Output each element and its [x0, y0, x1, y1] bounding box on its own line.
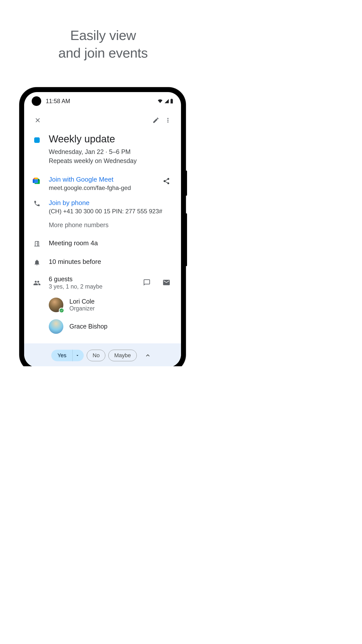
guest-role: Organizer: [69, 305, 95, 312]
bell-icon: [33, 259, 40, 266]
event-title: Weekly update: [49, 133, 172, 145]
more-phone-numbers[interactable]: More phone numbers: [49, 221, 172, 229]
phone-link-title: Join by phone: [49, 199, 172, 207]
event-color-icon: [33, 133, 41, 143]
room-icon: [33, 240, 40, 247]
chat-icon: [143, 279, 151, 286]
event-content: Weekly update Wednesday, Jan 22 · 5–6 PM…: [24, 128, 181, 334]
guest-item[interactable]: Grace Bishop: [49, 319, 172, 334]
rsvp-maybe-button[interactable]: Maybe: [108, 350, 137, 361]
camera-punch-hole: [32, 96, 41, 106]
event-recurrence: Repeats weekly on Wednesday: [49, 156, 172, 165]
people-icon: [33, 279, 41, 287]
rsvp-no-button[interactable]: No: [87, 350, 105, 361]
status-icons: [157, 98, 173, 104]
rsvp-bar: Yes No Maybe: [24, 343, 181, 366]
promo-title: Easily view and join events: [0, 0, 206, 62]
meet-link-title: Join with Google Meet: [49, 176, 153, 183]
pencil-icon: [152, 117, 159, 124]
status-bar: 11:58 AM: [24, 92, 181, 108]
battery-icon: [170, 98, 173, 104]
accepted-badge: [59, 308, 64, 313]
guests-row[interactable]: 6 guests 3 yes, 1 no, 2 maybe: [33, 275, 172, 290]
room-row[interactable]: Meeting room 4a: [33, 239, 172, 247]
guest-item[interactable]: Lori Cole Organizer: [49, 298, 172, 312]
share-meet-button[interactable]: [160, 175, 172, 187]
cellular-icon: [164, 99, 169, 104]
share-icon: [163, 177, 170, 185]
close-button[interactable]: [32, 114, 44, 126]
email-guests-button[interactable]: [160, 276, 172, 289]
phone-screen: 11:58 AM: [24, 92, 181, 366]
more-vert-icon: [164, 117, 171, 124]
promo-line-2: and join events: [0, 44, 206, 62]
guest-summary: 3 yes, 1 no, 2 maybe: [49, 283, 133, 290]
dropdown-icon: [75, 353, 80, 358]
reminder-text: 10 minutes before: [49, 258, 172, 266]
event-title-row: Weekly update Wednesday, Jan 22 · 5–6 PM…: [33, 133, 172, 166]
wifi-icon: [157, 99, 163, 104]
collapse-rsvp-button[interactable]: [142, 349, 154, 361]
avatar: [49, 319, 63, 334]
guest-list: Lori Cole Organizer Grace Bishop: [49, 298, 172, 334]
guest-count: 6 guests: [49, 275, 133, 283]
meet-row[interactable]: Join with Google Meet meet.google.com/fa…: [33, 175, 172, 191]
guest-name: Lori Cole: [69, 298, 95, 305]
phone-icon: [33, 200, 40, 207]
event-datetime: Wednesday, Jan 22 · 5–6 PM: [49, 147, 172, 156]
status-time: 11:58 AM: [46, 98, 70, 105]
event-top-bar: [24, 108, 181, 128]
phone-frame: 11:58 AM: [20, 88, 186, 366]
guest-name: Grace Bishop: [69, 323, 107, 330]
close-icon: [34, 117, 41, 124]
google-meet-icon: [33, 178, 41, 185]
phone-row[interactable]: Join by phone (CH) +41 30 300 00 15 PIN:…: [33, 198, 172, 215]
chevron-up-icon: [144, 352, 151, 359]
reminder-row[interactable]: 10 minutes before: [33, 257, 172, 266]
rsvp-yes-dropdown[interactable]: [72, 350, 84, 361]
phone-number: (CH) +41 30 300 00 15 PIN: 277 555 923#: [49, 208, 172, 215]
rsvp-yes-button[interactable]: Yes: [51, 350, 72, 361]
chat-guests-button[interactable]: [141, 276, 153, 289]
mail-icon: [162, 278, 170, 287]
rsvp-yes-group: Yes: [51, 350, 84, 361]
volume-button: [186, 213, 187, 266]
overflow-menu-button[interactable]: [162, 114, 174, 126]
room-name: Meeting room 4a: [49, 239, 172, 247]
edit-button[interactable]: [150, 114, 162, 126]
promo-line-1: Easily view: [0, 26, 206, 44]
power-button: [186, 171, 187, 196]
meet-url: meet.google.com/fae-fgha-ged: [49, 184, 153, 191]
